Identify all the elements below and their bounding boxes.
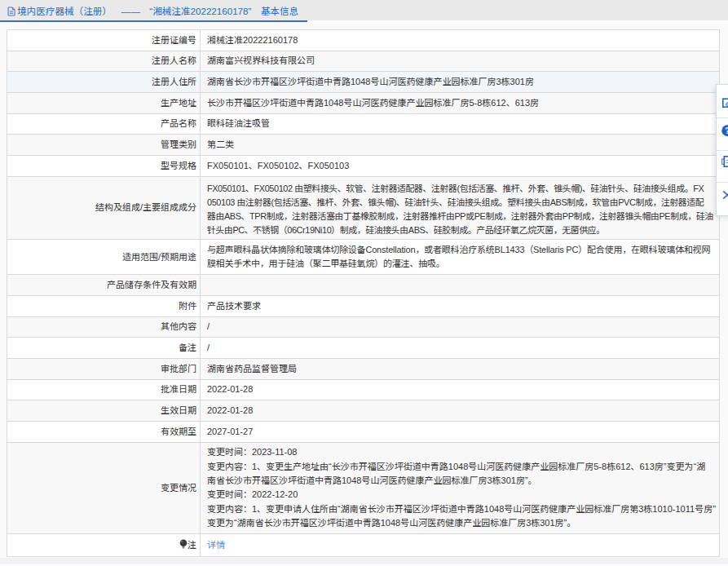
svg-text:?: ?: [725, 126, 728, 135]
